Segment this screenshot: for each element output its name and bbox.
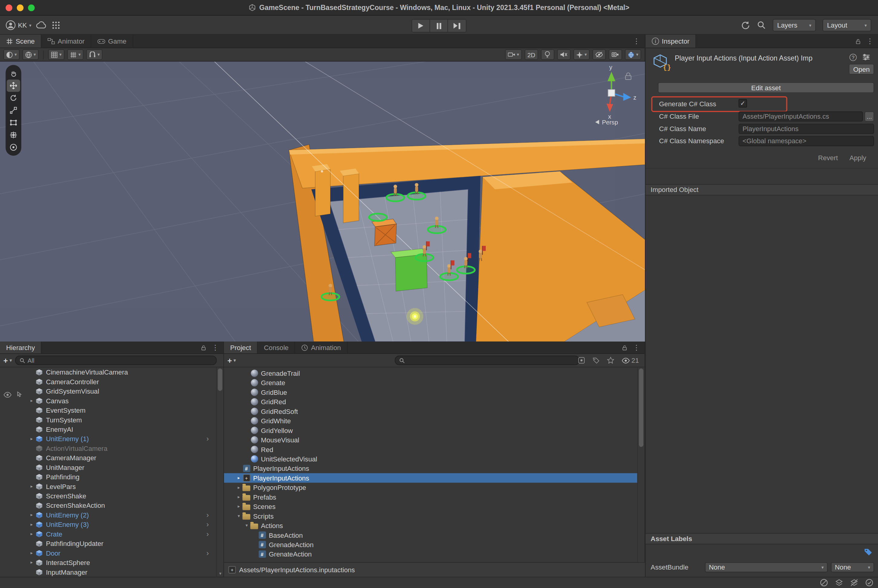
step-button[interactable] [448,20,466,32]
hierarchy-item[interactable]: GridSystemVisual [0,386,217,396]
search-by-type-button[interactable] [578,357,585,364]
lock-icon[interactable] [855,38,861,45]
minimize-button[interactable] [16,4,23,11]
project-item[interactable]: ▾ Actions [224,521,638,530]
tab-hierarchy[interactable]: Hierarchy [0,342,42,353]
asset-labels-header[interactable]: Asset Labels [646,533,878,544]
undo-history-button[interactable] [741,21,750,30]
cloud-offline-icon[interactable] [820,579,829,587]
layers-dropdown[interactable]: Layers ▾ [773,19,816,32]
toggle-2d-button[interactable]: 2D [525,50,538,60]
expand-arrow-icon[interactable]: ▸ [235,504,243,509]
search-button[interactable] [757,21,766,30]
project-scrollbar[interactable] [637,367,644,562]
lock-icon[interactable] [622,344,628,351]
help-icon[interactable]: ? [850,53,857,61]
create-object-button[interactable]: + ▾ [3,356,12,365]
scene-viewport[interactable]: y z x Persp [0,62,645,342]
hierarchy-item[interactable]: ScreenShake [0,491,217,501]
search-by-label-button[interactable] [592,357,599,364]
hierarchy-scrollbar[interactable]: ▾ [216,367,223,577]
tab-animator[interactable]: Animator [42,35,91,48]
expand-arrow-icon[interactable]: ▸ [235,485,243,490]
expand-arrow-icon[interactable]: ▸ [235,476,243,480]
apply-button[interactable]: Apply [850,154,866,162]
axis-y-label[interactable]: y [609,64,613,70]
hierarchy-item[interactable]: PathfindingUpdater [0,538,217,548]
open-button[interactable]: Open [849,64,874,75]
expand-arrow-icon[interactable]: ▸ [28,512,35,518]
camera-overlay-button[interactable] [608,50,622,60]
hierarchy-item[interactable]: ▸ Crate › [0,529,217,538]
assetbundle-variant-dropdown[interactable]: None ▾ [831,562,874,572]
project-item[interactable]: ▸ Scenes [224,502,638,511]
grid-snap-dropdown[interactable]: ▾ [48,50,64,60]
browse-file-button[interactable]: … [865,111,874,122]
class-file-field[interactable]: Assets/PlayerInputActions.cs [739,111,863,122]
persp-label[interactable]: Persp [602,119,618,126]
project-item[interactable]: GridRedSoft [224,406,638,416]
expand-arrow-icon[interactable]: ▸ [28,531,35,537]
project-item[interactable]: GridYellow [224,426,638,435]
kebab-menu-icon[interactable]: ⋮ [866,37,874,45]
services-button[interactable] [51,21,61,30]
project-item[interactable]: UnitSelectedVisual [224,454,638,464]
snap-increment-dropdown[interactable]: ▾ [86,50,103,60]
project-item[interactable]: GrenateAction [224,549,638,559]
tab-animation[interactable]: Animation [295,342,348,353]
hierarchy-item[interactable]: ▸ UnitEnemy (1) › [0,434,217,443]
hierarchy-item[interactable]: CameraController [0,377,217,386]
rotate-tool[interactable] [7,92,20,104]
eye-toggle-icon[interactable] [3,392,12,398]
transform-tool[interactable] [7,129,20,141]
gizmos-dropdown[interactable]: ▾ [625,50,641,60]
custom-tool[interactable] [7,141,20,153]
tab-scene[interactable]: Scene [0,35,42,48]
scene-effects-dropdown[interactable]: ▾ [574,50,590,60]
hierarchy-item[interactable]: TurnSystem [0,415,217,424]
hierarchy-item[interactable]: ▸ UnitEnemy (2) › [0,510,217,520]
expand-arrow-icon[interactable]: ▸ [235,495,243,500]
project-item[interactable]: ▸ PolygonPrototype [224,483,638,492]
hierarchy-item[interactable]: ▸ Door › [0,548,217,558]
expand-arrow-icon[interactable]: ▸ [28,484,35,489]
hierarchy-item[interactable]: CameraManager [0,453,217,462]
edit-asset-button[interactable]: Edit asset [658,82,874,93]
hierarchy-item[interactable]: Pathfinding [0,472,217,482]
move-tool[interactable] [7,80,20,92]
hand-tool[interactable] [7,67,20,80]
project-item[interactable]: BaseAction [224,530,638,540]
lock-icon[interactable] [201,344,207,351]
tab-inspector[interactable]: i Inspector [646,35,696,48]
project-item[interactable]: ▾ Scripts [224,512,638,521]
revert-button[interactable]: Revert [818,154,838,162]
project-item[interactable]: GridBlue [224,387,638,397]
hierarchy-item[interactable]: ActionVirtualCamera [0,444,217,453]
label-tag-icon[interactable] [864,548,872,556]
kebab-menu-icon[interactable]: ⋮ [633,344,640,352]
project-item[interactable]: Red [224,444,638,454]
hidden-count-eye-button[interactable]: 21 [621,356,639,364]
prefab-nav-icon[interactable]: › [207,435,209,443]
tab-project[interactable]: Project [224,342,258,353]
create-asset-button[interactable]: + ▾ [227,356,236,365]
expand-arrow-icon[interactable]: ▸ [28,398,35,403]
prefab-nav-icon[interactable]: › [207,549,209,557]
cloud-button[interactable] [36,21,47,30]
expand-arrow-icon[interactable]: ▸ [28,436,35,441]
expand-arrow-icon[interactable]: ▾ [243,523,250,528]
hierarchy-item[interactable]: CinemachineVirtualCamera [0,367,217,376]
hierarchy-item[interactable]: ▸ UnitEnemy (3) › [0,520,217,529]
project-item[interactable]: ▸ PlayerInputActions [224,473,638,483]
prefab-nav-icon[interactable]: › [207,530,209,538]
save-search-button[interactable] [607,357,614,364]
rect-tool[interactable] [7,117,20,129]
project-item[interactable]: PlayerInputActions [224,464,638,473]
scene-camera-dropdown[interactable]: ▾ [505,50,522,60]
kebab-menu-icon[interactable]: ⋮ [212,344,219,352]
scene-audio-button[interactable] [557,50,570,60]
scroll-down-icon[interactable]: ▾ [217,571,224,576]
scale-tool[interactable] [7,104,20,117]
hierarchy-search-input[interactable]: All [15,356,216,365]
project-item[interactable]: GridWhite [224,416,638,425]
